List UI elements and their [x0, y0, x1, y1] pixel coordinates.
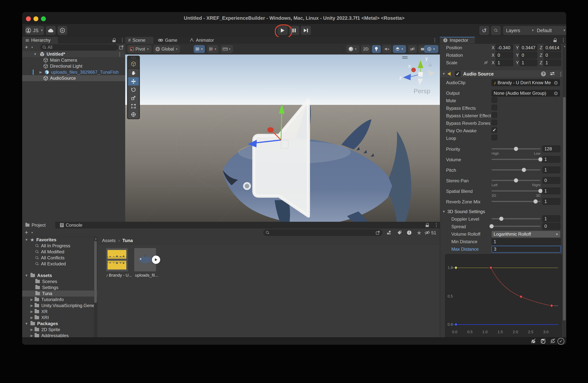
search-by-type-icon[interactable] — [386, 230, 391, 235]
breadcrumb-current[interactable]: Tuna — [122, 238, 133, 243]
warning-filter-icon[interactable] — [407, 230, 412, 235]
cache-server-disabled-icon[interactable] — [540, 339, 546, 344]
broken-link-icon[interactable] — [483, 60, 488, 65]
scene-lighting-toggle[interactable] — [372, 45, 381, 53]
kebab-menu-icon[interactable]: ⋮ — [120, 37, 125, 43]
tab-scene[interactable]: # Scene — [125, 37, 153, 44]
undo-history-button[interactable]: ↺ — [479, 26, 489, 35]
search-by-label-icon[interactable] — [397, 230, 402, 235]
view-tool-button[interactable] — [128, 60, 139, 68]
audioclip-object-field[interactable]: ♪ Brandy - U Don't Know Me ⊙ — [492, 79, 560, 86]
asset-item-model[interactable]: uploads_fil... — [134, 248, 156, 278]
bypass-effects-checkbox[interactable] — [492, 105, 497, 110]
tree-scenes[interactable]: Scenes — [22, 279, 97, 284]
tree-assets[interactable]: ▼ Assets — [22, 273, 97, 279]
spread-slider[interactable] — [492, 226, 541, 227]
component-enabled-checkbox[interactable]: ✓ — [455, 71, 461, 77]
layout-dropdown[interactable]: Default ▼ — [534, 26, 566, 35]
foldout-expanded-icon[interactable]: ▼ — [33, 52, 37, 56]
scrollbar-thumb[interactable] — [563, 97, 566, 321]
scene-effects-dropdown[interactable]: ▼ — [393, 45, 406, 53]
scene-row[interactable]: ▼ Untitled* ⋮ — [22, 51, 125, 57]
hidden-count-eye-icon[interactable] — [424, 230, 430, 235]
scrollbar-thumb[interactable] — [94, 241, 97, 303]
chevron-down-icon[interactable]: ▼ — [201, 48, 203, 51]
reverb-zone-mix-slider[interactable] — [492, 201, 541, 202]
stereo-pan-field[interactable]: 0 — [542, 177, 560, 184]
tree-tuna-selected[interactable]: Tuna — [22, 291, 97, 297]
object-picker-icon[interactable]: ⊙ — [554, 90, 558, 96]
tab-hierarchy[interactable]: Hierarchy — [22, 37, 58, 44]
tab-console[interactable]: Console — [57, 222, 92, 228]
3d-sound-settings-label[interactable]: 3D Sound Settings — [447, 209, 485, 214]
rect-tool-button[interactable] — [128, 102, 139, 110]
hierarchy-item-directional-light[interactable]: Directional Light — [22, 63, 125, 69]
debugger-disabled-icon[interactable] — [530, 339, 536, 344]
tree-xr[interactable]: ▶XR — [22, 309, 97, 315]
popout-icon[interactable] — [119, 45, 124, 50]
play-on-awake-checkbox[interactable]: ✓ — [492, 127, 497, 133]
loop-checkbox[interactable] — [492, 135, 497, 140]
rotation-x-field[interactable]: 0 — [496, 52, 513, 59]
foldout-expanded-icon[interactable]: ▼ — [442, 210, 445, 214]
audio-source-component-header[interactable]: ▼ ✓ Audio Source ? ⋮ — [440, 70, 566, 78]
spread-field[interactable]: 0 — [542, 223, 560, 230]
foldout-collapsed-icon[interactable]: ▶ — [30, 309, 33, 314]
transform-tool-button[interactable] — [128, 110, 139, 119]
scale-y-field[interactable]: 1 — [520, 59, 537, 66]
pause-button[interactable] — [289, 26, 299, 35]
tree-all-modified[interactable]: All Modified — [22, 249, 97, 255]
slider-knob[interactable] — [522, 168, 526, 172]
kebab-menu-icon[interactable]: ⋮ — [561, 37, 566, 43]
foldout-collapsed-icon[interactable]: ▶ — [30, 334, 33, 338]
scroll-up-icon[interactable]: ▲ — [563, 45, 566, 48]
tree-all-excluded[interactable]: All Excluded — [22, 261, 97, 267]
scale-tool-button[interactable] — [128, 94, 139, 102]
priority-slider[interactable] — [492, 148, 541, 149]
output-object-field[interactable]: None (Audio Mixer Group) ⊙ — [492, 90, 560, 97]
foldout-expanded-icon[interactable]: ▼ — [25, 322, 28, 326]
2d-mode-toggle[interactable]: 2D — [361, 45, 370, 53]
volume-field[interactable]: 1 — [542, 156, 560, 163]
slider-knob[interactable] — [514, 147, 518, 151]
favorites-star-icon[interactable]: ★ — [417, 229, 422, 236]
scene-audio-toggle[interactable] — [382, 45, 391, 53]
move-tool-button-selected[interactable] — [128, 77, 139, 85]
tree-settings[interactable]: Settings — [22, 284, 97, 291]
spatial-blend-slider[interactable] — [492, 190, 541, 192]
foldout-expanded-icon[interactable]: ▼ — [25, 274, 28, 278]
priority-field[interactable]: 128 — [542, 145, 560, 152]
add-asset-button[interactable]: + — [25, 229, 28, 236]
bypass-listener-checkbox[interactable] — [492, 112, 497, 118]
pitch-field[interactable]: 1 — [542, 166, 560, 173]
ok-check-icon[interactable]: ✓ — [558, 338, 564, 345]
gizmos-dropdown[interactable]: ▼ — [424, 45, 438, 53]
kebab-menu-icon[interactable]: ⋮ — [432, 37, 437, 43]
draw-mode-dropdown[interactable]: ▼ — [346, 45, 359, 53]
foldout-collapsed-icon[interactable]: ▶ — [30, 316, 33, 320]
tree-favorites[interactable]: ▼ ★ Favorites — [22, 237, 97, 243]
search-popout-icon[interactable] — [376, 231, 380, 235]
hierarchy-item-main-camera[interactable]: Main Camera — [22, 57, 125, 63]
presets-icon[interactable] — [550, 72, 555, 76]
spatial-blend-field[interactable]: 1 — [542, 188, 560, 194]
foldout-expanded-icon[interactable]: ▼ — [442, 72, 445, 76]
step-button[interactable] — [301, 26, 311, 35]
doppler-slider[interactable] — [492, 218, 541, 219]
mute-checkbox[interactable] — [492, 97, 497, 103]
asset-item-audio[interactable]: ♪ Brandy - U... — [106, 248, 128, 278]
tree-scrollbar[interactable]: ▲ ▼ — [94, 237, 97, 345]
kebab-menu-icon[interactable]: ⋮ — [558, 71, 563, 77]
max-distance-field-focused[interactable]: 3 — [492, 246, 561, 253]
add-dropdown-icon[interactable]: ▼ — [31, 231, 33, 234]
inspector-scrollbar[interactable]: ▲ ▼ — [563, 44, 566, 345]
kebab-menu-icon[interactable]: ⋮ — [434, 222, 439, 228]
overlay-drag-handle[interactable] — [127, 57, 140, 59]
foldout-expanded-icon[interactable]: ▼ — [25, 238, 28, 242]
tree-xri[interactable]: ▶XRI — [22, 315, 97, 321]
grid-snapping-toggle[interactable]: ▼ — [194, 45, 205, 53]
rotation-y-field[interactable]: 0 — [520, 52, 537, 59]
foldout-collapsed-icon[interactable]: ▶ — [30, 303, 33, 308]
foldout-collapsed-icon[interactable]: ▶ — [30, 327, 33, 332]
scale-z-field[interactable]: 1 — [544, 59, 561, 66]
